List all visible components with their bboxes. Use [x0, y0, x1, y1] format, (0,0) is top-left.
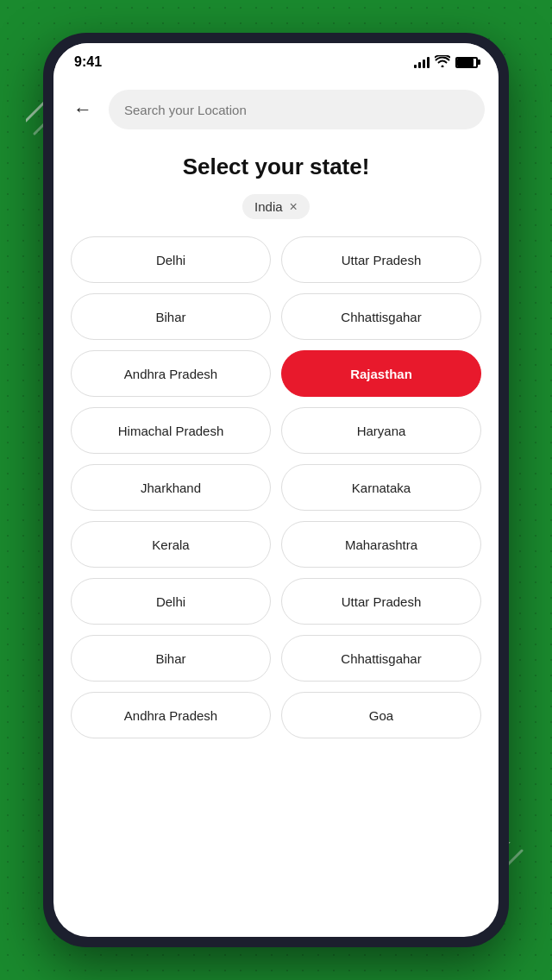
state-button-jharkhand[interactable]: Jharkhand — [71, 464, 271, 511]
country-tag-wrap: India × — [71, 194, 481, 219]
state-button-andhra-pradesh[interactable]: Andhra Pradesh — [71, 350, 271, 397]
state-button-delhi-2[interactable]: Delhi — [71, 578, 271, 625]
signal-icon — [414, 56, 430, 68]
state-button-uttar-pradesh-1[interactable]: Uttar Pradesh — [281, 236, 481, 283]
wifi-icon — [435, 55, 450, 70]
phone-frame: 9:41 — [43, 33, 509, 947]
main-content: Select your state! India × DelhiUttar Pr… — [53, 140, 499, 937]
state-button-bihar-1[interactable]: Bihar — [71, 293, 271, 340]
country-tag[interactable]: India × — [242, 194, 310, 219]
state-button-chhattisgarh-2[interactable]: Chhattisgahar — [281, 635, 481, 682]
search-input[interactable] — [124, 103, 469, 117]
state-button-karnataka[interactable]: Karnataka — [281, 464, 481, 511]
state-grid: DelhiUttar PradeshBiharChhattisgaharAndh… — [71, 236, 481, 738]
state-button-himachal-pradesh[interactable]: Himachal Pradesh — [71, 407, 271, 454]
country-tag-label: India — [254, 199, 283, 214]
page-title: Select your state! — [71, 154, 481, 180]
search-input-box[interactable] — [109, 90, 485, 129]
state-button-bihar-2[interactable]: Bihar — [71, 635, 271, 682]
state-button-chhattisgarh-1[interactable]: Chhattisgahar — [281, 293, 481, 340]
status-bar: 9:41 — [53, 43, 499, 81]
state-button-uttar-pradesh-2[interactable]: Uttar Pradesh — [281, 578, 481, 625]
state-button-maharashtra[interactable]: Maharashtra — [281, 521, 481, 568]
battery-icon — [455, 57, 478, 68]
search-area: ← — [53, 81, 499, 140]
status-icons — [414, 55, 478, 70]
state-button-goa[interactable]: Goa — [281, 692, 481, 738]
state-button-andhra-pradesh-2[interactable]: Andhra Pradesh — [71, 692, 271, 738]
state-button-kerala[interactable]: Kerala — [71, 521, 271, 568]
status-time: 9:41 — [74, 54, 102, 70]
phone-screen: 9:41 — [53, 43, 499, 937]
state-button-rajasthan[interactable]: Rajasthan — [281, 350, 481, 397]
back-button[interactable]: ← — [67, 94, 98, 125]
state-button-delhi-1[interactable]: Delhi — [71, 236, 271, 283]
state-button-haryana[interactable]: Haryana — [281, 407, 481, 454]
country-tag-close-icon[interactable]: × — [290, 200, 298, 214]
back-arrow-icon: ← — [73, 100, 92, 119]
